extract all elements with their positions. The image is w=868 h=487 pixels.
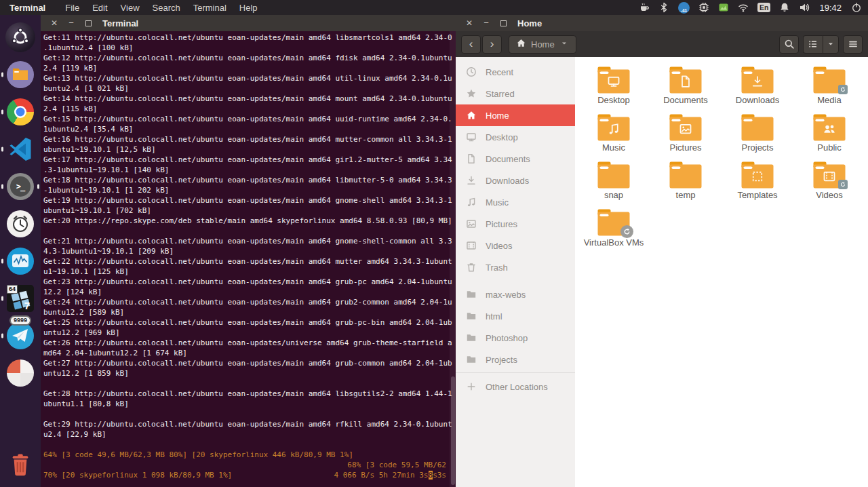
terminal-line: 12.2 [124 kB] <box>43 287 446 297</box>
list-view-button[interactable] <box>803 35 823 54</box>
terminal-line: ubuntu1~19.10.1 [12,5 kB] <box>43 144 446 155</box>
sidebar-item-documents[interactable]: Documents <box>456 148 575 170</box>
files-titlebar[interactable]: ✕ − Home <box>456 15 868 31</box>
menu-edit[interactable]: Edit <box>92 3 107 13</box>
dock-item-trash[interactable] <box>0 446 41 483</box>
terminal-line <box>43 226 446 236</box>
search-button[interactable] <box>779 35 799 54</box>
maximize-icon[interactable] <box>499 19 507 27</box>
file-item-public[interactable]: Public <box>793 114 865 161</box>
file-item-label: temp <box>676 190 696 200</box>
plus-icon <box>466 381 477 392</box>
close-icon[interactable]: ✕ <box>50 19 58 27</box>
minimize-icon[interactable]: − <box>482 19 490 27</box>
path-bar-home-button[interactable]: Home <box>509 35 576 54</box>
sidebar-item-home[interactable]: Home <box>456 104 575 126</box>
file-item-projects[interactable]: Projects <box>722 114 793 161</box>
sidebar-item-downloads[interactable]: Downloads <box>456 170 575 191</box>
terminal-line: Get:18 http://ubuntu.colocall.net/ubuntu… <box>43 175 446 185</box>
dock-item-ubuntu-launcher[interactable] <box>0 18 41 56</box>
folder-icon <box>597 66 630 94</box>
film-icon <box>466 240 477 251</box>
terminal-line: ubuntu1.1 [80,8 kB] <box>43 399 446 409</box>
sidebar-item-videos[interactable]: Videos <box>456 235 575 256</box>
view-options-dropdown[interactable] <box>823 35 839 54</box>
file-item-snap[interactable]: snap <box>578 161 650 209</box>
file-item-downloads[interactable]: Downloads <box>722 66 793 114</box>
sidebar-item-label: Photoshop <box>486 333 528 343</box>
dock-item-files[interactable] <box>0 56 41 93</box>
terminal-titlebar[interactable]: ✕ − Terminal <box>41 15 456 31</box>
hamburger-menu-button[interactable] <box>843 35 863 54</box>
file-item-videos[interactable]: Videos <box>793 161 865 209</box>
terminal-line: Get:27 http://ubuntu.colocall.net/ubuntu… <box>43 358 446 368</box>
wifi-icon[interactable] <box>738 2 749 13</box>
volume-icon[interactable] <box>799 2 810 13</box>
close-icon[interactable]: ✕ <box>465 19 473 27</box>
menu-file[interactable]: File <box>65 3 79 13</box>
minimize-icon[interactable]: − <box>67 19 75 27</box>
terminal-line: 68% [3 code 59,5 MB/62 <box>43 460 446 470</box>
picture-icon <box>466 218 477 229</box>
sidebar-item-recent[interactable]: Recent <box>456 61 575 83</box>
star-icon <box>466 88 477 99</box>
load-indicator-icon[interactable] <box>718 2 729 13</box>
cpu-indicator-icon[interactable] <box>698 2 709 13</box>
sidebar-bookmark-photoshop[interactable]: Photoshop <box>456 327 575 349</box>
clock[interactable]: 19:42 <box>819 3 842 13</box>
file-item-label: Projects <box>742 142 774 153</box>
dock-item-disk-usage[interactable] <box>0 354 41 391</box>
coffee-icon[interactable] <box>639 2 650 13</box>
weather-indicator[interactable]: -41 <box>678 2 690 14</box>
dock-item-telegram[interactable]: 9999 <box>0 317 41 354</box>
sidebar-item-pictures[interactable]: Pictures <box>456 213 575 235</box>
sidebar-bookmark-projects[interactable]: Projects <box>456 349 575 370</box>
file-item-pictures[interactable]: Pictures <box>650 114 722 161</box>
terminal-line: Get:12 http://ubuntu.colocall.net/ubuntu… <box>43 53 446 63</box>
sidebar-bookmark-html[interactable]: html <box>456 305 575 327</box>
file-item-label: Desktop <box>597 95 630 105</box>
terminal-scrollbar[interactable] <box>450 31 456 487</box>
file-item-temp[interactable]: temp <box>650 161 722 209</box>
session-menu-icon[interactable] <box>851 2 862 13</box>
file-item-virtualbox-vms[interactable]: VirtualBox VMs <box>578 209 650 256</box>
sidebar-bookmark-max-webs[interactable]: max-webs <box>456 284 575 305</box>
terminal-line: Get:25 http://ubuntu.colocall.net/ubuntu… <box>43 317 446 328</box>
menu-help[interactable]: Help <box>239 3 258 13</box>
dock-item-vscode[interactable] <box>0 130 41 168</box>
sidebar-item-trash[interactable]: Trash <box>456 256 575 278</box>
file-item-desktop[interactable]: Desktop <box>578 66 650 114</box>
menu-terminal[interactable]: Terminal <box>193 3 226 13</box>
terminal-line: ubuntu1~19.10.1 [702 kB] <box>43 206 446 216</box>
dock-item-windows-vm[interactable]: 764 <box>0 279 41 317</box>
scrollbar-thumb[interactable] <box>451 376 455 485</box>
terminal-line <box>43 409 446 419</box>
sidebar-other-locations[interactable]: Other Locations <box>456 376 575 397</box>
bluetooth-icon[interactable] <box>658 2 669 13</box>
menu-search[interactable]: Search <box>153 3 180 13</box>
sidebar-item-starred[interactable]: Starred <box>456 83 575 104</box>
maximize-icon[interactable] <box>84 19 92 27</box>
forward-button[interactable]: › <box>482 35 502 54</box>
dock-item-system-monitor[interactable] <box>0 242 41 279</box>
focused-app-name[interactable]: Terminal <box>9 3 45 13</box>
dock-item-clock-app[interactable] <box>0 205 41 242</box>
file-item-music[interactable]: Music <box>578 114 650 161</box>
back-button[interactable]: ‹ <box>461 35 481 54</box>
notifications-icon[interactable] <box>779 2 790 13</box>
sidebar-item-music[interactable]: Music <box>456 191 575 213</box>
file-item-documents[interactable]: Documents <box>650 66 722 114</box>
sidebar-item-label: Trash <box>486 262 508 273</box>
folder-icon <box>741 114 774 141</box>
file-item-media[interactable]: Media <box>793 66 865 114</box>
terminal-line: u1~19.10.1 [125 kB] <box>43 267 446 277</box>
terminal-output[interactable]: Get:11 http://ubuntu.colocall.net/ubuntu… <box>41 31 456 487</box>
menu-view[interactable]: View <box>121 3 140 13</box>
terminal-line: -1ubuntu1~19.10.1 [1 202 kB] <box>43 185 446 195</box>
dock-item-terminal[interactable]: >_ <box>0 168 41 205</box>
file-item-label: Downloads <box>736 95 779 105</box>
sidebar-item-desktop[interactable]: Desktop <box>456 126 575 148</box>
file-item-templates[interactable]: Templates <box>722 161 793 209</box>
keyboard-layout[interactable]: En <box>757 3 770 12</box>
dock-item-chrome[interactable] <box>0 93 41 130</box>
